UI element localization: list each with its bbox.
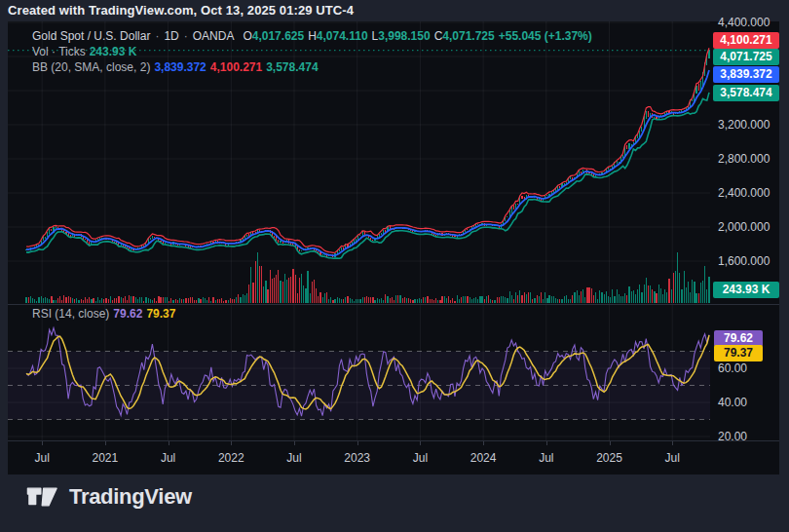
price-label-badge: 4,071.725	[713, 49, 779, 65]
price-label-badge: 3,839.372	[713, 66, 779, 83]
interval-label: 1D	[164, 29, 178, 43]
price-label-badge: 3,578.474	[713, 85, 779, 101]
time-axis-separator	[8, 440, 779, 441]
time-axis-label: Jul	[539, 451, 553, 465]
axis-tick-label: 40.00	[718, 396, 778, 409]
time-axis-label: Jul	[413, 451, 428, 465]
price-label-badge: 4,100.271	[713, 32, 779, 49]
volume-legend-row[interactable]: Vol · Ticks 243.93 K	[32, 45, 136, 58]
time-axis-tick	[294, 441, 295, 445]
axis-tick-label: 60.00	[718, 361, 778, 375]
chart-widget: Gold Spot / U.S. Dollar · 1D · OANDA O4,…	[8, 21, 779, 475]
time-axis-label: 2024	[470, 451, 497, 465]
symbol-legend-row[interactable]: Gold Spot / U.S. Dollar · 1D · OANDA O4,…	[32, 29, 592, 43]
time-axis-label: Jul	[35, 451, 50, 465]
time-axis-tick	[42, 441, 43, 445]
open-value: O4,017.625	[243, 29, 304, 43]
rsi-label: RSI (14, close)	[32, 307, 109, 321]
bb-basis-value: 3,839.372	[154, 60, 206, 74]
time-axis-label: 2023	[344, 451, 370, 465]
low-value: L3,998.150	[372, 29, 431, 43]
bb-legend-row[interactable]: BB (20, SMA, close, 2) 3,839.372 4,100.2…	[32, 60, 319, 74]
axis-tick-label: 20.00	[718, 430, 778, 443]
price-label-badge: 79.37	[714, 345, 763, 361]
axis-tick-label: 4,400.000	[718, 16, 778, 29]
volume-label: Vol · Ticks	[32, 45, 86, 58]
time-axis-tick	[610, 441, 611, 445]
bb-label: BB (20, SMA, close, 2)	[32, 60, 150, 74]
bb-upper-value: 4,100.271	[210, 60, 262, 74]
axis-tick-label: 3,200.000	[718, 118, 778, 132]
exchange-label: OANDA	[193, 29, 235, 43]
axis-tick-label: 2,000.000	[718, 220, 778, 234]
time-axis-label: Jul	[161, 451, 175, 465]
rsi-value: 79.62	[113, 307, 142, 321]
tradingview-logo-text: TradingView	[69, 484, 192, 510]
tradingview-snapshot: Created with TradingView.com, Oct 13, 20…	[0, 0, 789, 532]
tradingview-logo-icon	[26, 484, 59, 510]
close-value: C4,071.725	[434, 29, 495, 43]
pane-separator[interactable]	[8, 304, 779, 305]
time-axis-tick	[231, 441, 232, 445]
rsi-ma-value: 79.37	[146, 307, 175, 321]
tradingview-logo[interactable]: TradingView	[26, 484, 192, 510]
bb-lower-value: 3,578.474	[266, 60, 318, 74]
axis-tick-label: 2,400.000	[718, 186, 778, 200]
axis-tick-label: 1,600.000	[718, 254, 778, 268]
time-axis-label: Jul	[665, 451, 680, 465]
time-axis-tick	[169, 441, 169, 445]
time-axis-tick	[357, 441, 358, 445]
change-value: +55.045 (+1.37%)	[499, 29, 592, 43]
axis-tick-label: 2,800.000	[718, 152, 778, 166]
rsi-pane-canvas[interactable]	[8, 305, 710, 441]
time-axis-tick	[105, 441, 106, 445]
time-axis-tick	[420, 441, 421, 445]
time-axis-label: Jul	[286, 451, 301, 465]
price-label-badge: 243.93 K	[713, 282, 779, 298]
symbol-title: Gold Spot / U.S. Dollar	[32, 29, 150, 43]
time-axis-tick	[672, 441, 673, 445]
time-axis-label: 2021	[93, 451, 119, 465]
volume-value: 243.93 K	[90, 45, 137, 58]
time-axis-label: 2022	[218, 451, 244, 465]
high-value: H4,074.110	[308, 29, 367, 43]
time-axis-tick	[546, 441, 547, 445]
rsi-legend-row[interactable]: RSI (14, close) 79.62 79.37	[32, 307, 175, 321]
time-axis-label: 2025	[596, 451, 622, 465]
attribution-text: Created with TradingView.com, Oct 13, 20…	[8, 3, 354, 18]
time-axis-tick	[483, 441, 484, 445]
